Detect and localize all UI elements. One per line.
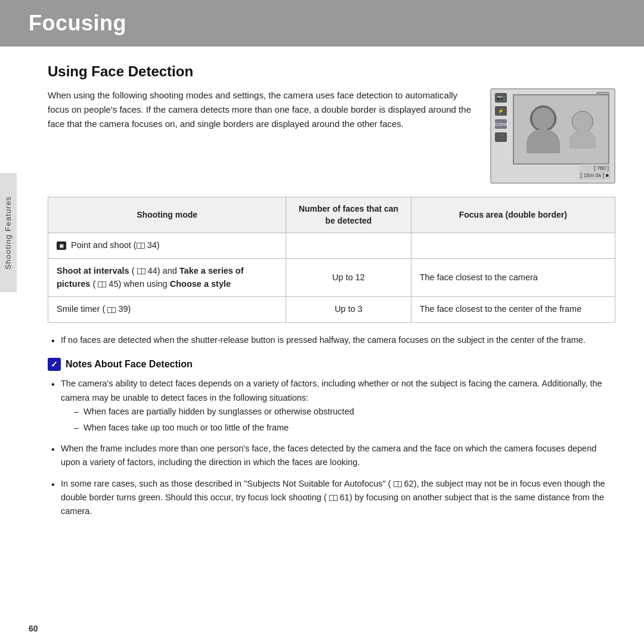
scene-icon: SCENE <box>495 119 507 129</box>
page-number: 60 <box>29 624 38 633</box>
notes-section: ✓ Notes About Face Detection The camera'… <box>48 358 615 518</box>
faces-cell-2: Up to 12 <box>286 258 411 297</box>
camera-mode-icon: ▣ <box>57 242 66 250</box>
table-row: ▣ Point and shoot ( 34) <box>48 233 615 259</box>
notes-bullet-2: When the frame includes more than one pe… <box>48 442 615 469</box>
notes-bullet-1-text: The camera's ability to detect faces dep… <box>61 379 602 402</box>
page-header: Focusing <box>0 0 644 47</box>
table-row: Smile timer ( 39) Up to 3 The face close… <box>48 297 615 323</box>
time-remaining: [ 15m 0s ] ■ <box>581 172 609 178</box>
main-content: Using Face Detection When using the foll… <box>0 47 644 542</box>
book-ref-1 <box>137 243 145 249</box>
notes-title: Notes About Face Detection <box>66 359 193 370</box>
note-bullet: If no faces are detected when the shutte… <box>48 333 615 347</box>
lcd-viewfinder <box>513 94 609 165</box>
camera-lcd-image: 📷; ⚡ SCENE 🎵 [ 780 ] [ 15 <box>490 88 615 184</box>
page-title: Focusing <box>29 11 615 36</box>
book-icon-2b <box>98 281 106 287</box>
mode-label-1: Point and shoot ( <box>71 240 137 250</box>
intro-text: When using the following shooting modes … <box>48 88 473 131</box>
focus-cell-2: The face closest to the camera <box>411 258 615 297</box>
flash-icon: ⚡ <box>495 106 507 116</box>
detection-table: Shooting mode Number of faces that can b… <box>48 197 615 323</box>
book-icon-3 <box>107 307 116 313</box>
shot-count: [ 780 ] <box>594 165 609 171</box>
secondary-subject <box>569 111 596 148</box>
table-row: Shoot at intervals ( 44) and Take a seri… <box>48 258 615 297</box>
notes-bullet-1: The camera's ability to detect faces dep… <box>48 377 615 435</box>
mode-bold-1: Shoot at intervals <box>57 266 129 275</box>
faces-cell-1 <box>286 233 411 259</box>
body-shape-2 <box>569 131 596 148</box>
focus-cell-1 <box>411 233 615 259</box>
camera-icon: 📷; <box>495 93 507 103</box>
col-header-shooting-mode: Shooting mode <box>48 197 286 233</box>
mode-cell-2: Shoot at intervals ( 44) and Take a seri… <box>48 258 286 297</box>
intro-area: When using the following shooting modes … <box>48 88 615 184</box>
lcd-status: [ 780 ] [ 15m 0s ] ■ <box>579 164 611 180</box>
notes-bullet-3: In some rare cases, such as those descri… <box>48 477 615 519</box>
face-double-border <box>530 106 556 132</box>
col-header-focus: Focus area (double border) <box>411 197 615 233</box>
face-single-border <box>572 111 593 132</box>
body-shape <box>527 129 560 153</box>
col-header-faces: Number of faces that can be detected <box>286 197 411 233</box>
lcd-icons: 📷; ⚡ SCENE 🎵 <box>495 93 507 142</box>
faces-cell-3: Up to 3 <box>286 297 411 323</box>
section-title: Using Face Detection <box>48 63 615 80</box>
mode-cell-1: ▣ Point and shoot ( 34) <box>48 233 286 259</box>
mode-icon: 🎵 <box>495 132 507 142</box>
notes-header: ✓ Notes About Face Detection <box>48 358 615 371</box>
check-icon: ✓ <box>48 358 61 371</box>
focus-cell-3: The face closest to the center of the fr… <box>411 297 615 323</box>
sub-bullet-2: When faces take up too much or too littl… <box>61 421 615 435</box>
mode-cell-3: Smile timer ( 39) <box>48 297 286 323</box>
sub-bullet-1: When faces are partially hidden by sungl… <box>61 405 615 419</box>
main-subject <box>527 106 560 153</box>
mode-bold-3: Choose a style <box>170 279 231 289</box>
book-ref-1b: 34) <box>145 240 160 250</box>
book-icon-2a <box>137 268 145 274</box>
